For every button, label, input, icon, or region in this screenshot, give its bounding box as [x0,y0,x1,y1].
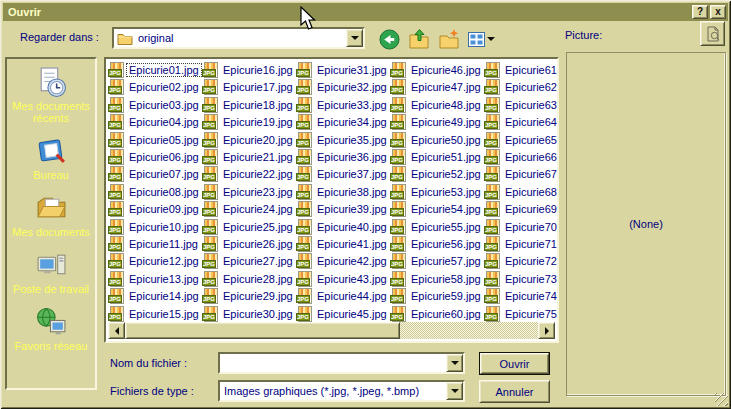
file-item[interactable]: JPGEpicurie39.jpg [298,201,389,218]
file-item[interactable]: JPGEpicurie36.jpg [298,149,389,166]
file-item[interactable]: JPGEpicurie56.jpg [392,236,483,253]
file-item[interactable]: JPGEpicurie27.jpg [204,253,295,270]
file-item[interactable]: JPGEpicurie02.jpg [110,79,201,96]
file-item[interactable]: JPGEpicurie49.jpg [392,114,483,131]
sidebar-item-my-documents[interactable]: Mes documents [7,192,95,238]
file-item[interactable]: JPGEpicurie67.jpg [486,166,559,183]
back-button[interactable] [378,28,400,50]
file-name-dropdown-button[interactable] [446,354,463,372]
file-item[interactable]: JPGEpicurie46.jpg [392,62,483,79]
scroll-left-button[interactable] [108,322,125,339]
file-item[interactable]: JPGEpicurie28.jpg [204,270,295,287]
help-button[interactable]: ? [692,5,708,19]
file-item[interactable]: JPGEpicurie14.jpg [110,288,201,305]
file-item[interactable]: JPGEpicurie52.jpg [392,166,483,183]
close-button[interactable]: x [710,5,726,19]
file-item[interactable]: JPGEpicurie01.jpg [110,62,201,79]
file-item[interactable]: JPGEpicurie75.jpg [486,305,559,322]
file-item[interactable]: JPGEpicurie35.jpg [298,131,389,148]
file-item[interactable]: JPGEpicurie31.jpg [298,62,389,79]
file-item[interactable]: JPGEpicurie16.jpg [204,62,295,79]
file-item[interactable]: JPGEpicurie32.jpg [298,79,389,96]
file-item[interactable]: JPGEpicurie63.jpg [486,96,559,113]
cancel-button[interactable]: Annuler [479,380,550,403]
file-item[interactable]: JPGEpicurie70.jpg [486,218,559,235]
file-item[interactable]: JPGEpicurie05.jpg [110,131,201,148]
view-menu-button[interactable] [468,32,495,47]
file-item[interactable]: JPGEpicurie61.jpg [486,62,559,79]
open-button[interactable]: Ouvrir [479,352,550,375]
file-item[interactable]: JPGEpicurie41.jpg [298,236,389,253]
file-item[interactable]: JPGEpicurie20.jpg [204,131,295,148]
scroll-right-button[interactable] [538,322,555,339]
resize-grip[interactable] [715,393,728,406]
sidebar-item-recent-documents[interactable]: Mes documents récents [7,66,95,124]
file-item[interactable]: JPGEpicurie09.jpg [110,201,201,218]
file-item[interactable]: JPGEpicurie29.jpg [204,288,295,305]
file-item[interactable]: JPGEpicurie06.jpg [110,149,201,166]
file-item[interactable]: JPGEpicurie12.jpg [110,253,201,270]
file-item[interactable]: JPGEpicurie59.jpg [392,288,483,305]
look-in-dropdown-button[interactable] [346,29,363,47]
look-in-combobox[interactable]: original [112,27,365,49]
file-item[interactable]: JPGEpicurie22.jpg [204,166,295,183]
file-type-combobox[interactable]: Images graphiques (*.jpg, *.jpeg, *.bmp) [218,380,465,402]
file-item[interactable]: JPGEpicurie69.jpg [486,201,559,218]
file-item[interactable]: JPGEpicurie40.jpg [298,218,389,235]
new-folder-button[interactable] [438,28,460,50]
sidebar-item-my-network-places[interactable]: Favoris réseau [7,306,95,352]
file-item[interactable]: JPGEpicurie55.jpg [392,218,483,235]
file-item[interactable]: JPGEpicurie43.jpg [298,270,389,287]
file-item[interactable]: JPGEpicurie42.jpg [298,253,389,270]
file-item[interactable]: JPGEpicurie57.jpg [392,253,483,270]
file-item[interactable]: JPGEpicurie24.jpg [204,201,295,218]
file-item[interactable]: JPGEpicurie54.jpg [392,201,483,218]
file-item[interactable]: JPGEpicurie15.jpg [110,305,201,322]
file-type-dropdown-button[interactable] [446,382,463,400]
file-item[interactable]: JPGEpicurie73.jpg [486,270,559,287]
file-item[interactable]: JPGEpicurie21.jpg [204,149,295,166]
file-item[interactable]: JPGEpicurie58.jpg [392,270,483,287]
up-one-level-button[interactable] [408,28,430,50]
sidebar-item-my-computer[interactable]: Poste de travail [7,249,95,295]
file-item[interactable]: JPGEpicurie72.jpg [486,253,559,270]
file-item[interactable]: JPGEpicurie47.jpg [392,79,483,96]
file-item[interactable]: JPGEpicurie33.jpg [298,96,389,113]
file-item[interactable]: JPGEpicurie07.jpg [110,166,201,183]
file-item[interactable]: JPGEpicurie18.jpg [204,96,295,113]
file-item[interactable]: JPGEpicurie66.jpg [486,149,559,166]
file-item[interactable]: JPGEpicurie50.jpg [392,131,483,148]
file-item[interactable]: JPGEpicurie25.jpg [204,218,295,235]
file-item[interactable]: JPGEpicurie30.jpg [204,305,295,322]
file-item[interactable]: JPGEpicurie71.jpg [486,236,559,253]
file-item[interactable]: JPGEpicurie62.jpg [486,79,559,96]
file-item[interactable]: JPGEpicurie38.jpg [298,183,389,200]
sidebar-item-desktop[interactable]: Bureau [7,135,95,181]
file-item[interactable]: JPGEpicurie03.jpg [110,96,201,113]
file-item[interactable]: JPGEpicurie74.jpg [486,288,559,305]
file-item[interactable]: JPGEpicurie23.jpg [204,183,295,200]
file-item[interactable]: JPGEpicurie64.jpg [486,114,559,131]
file-item[interactable]: JPGEpicurie34.jpg [298,114,389,131]
horizontal-scrollbar[interactable] [108,322,555,339]
picture-preview-button[interactable] [700,21,725,46]
file-item[interactable]: JPGEpicurie26.jpg [204,236,295,253]
file-item[interactable]: JPGEpicurie68.jpg [486,183,559,200]
title-bar[interactable]: Ouvrir ? x [3,3,728,21]
file-item[interactable]: JPGEpicurie04.jpg [110,114,201,131]
scrollbar-thumb[interactable] [125,322,400,339]
file-item[interactable]: JPGEpicurie10.jpg [110,218,201,235]
file-item[interactable]: JPGEpicurie11.jpg [110,236,200,253]
file-item[interactable]: JPGEpicurie53.jpg [392,183,483,200]
file-item[interactable]: JPGEpicurie19.jpg [204,114,295,131]
file-item[interactable]: JPGEpicurie51.jpg [392,149,483,166]
file-item[interactable]: JPGEpicurie08.jpg [110,183,201,200]
file-item[interactable]: JPGEpicurie17.jpg [204,79,295,96]
file-name-combobox[interactable] [218,352,465,374]
file-item[interactable]: JPGEpicurie45.jpg [298,305,389,322]
file-list[interactable]: JPGEpicurie01.jpgJPGEpicurie02.jpgJPGEpi… [104,57,559,343]
file-item[interactable]: JPGEpicurie44.jpg [298,288,389,305]
file-item[interactable]: JPGEpicurie65.jpg [486,131,559,148]
file-item[interactable]: JPGEpicurie60.jpg [392,305,483,322]
file-item[interactable]: JPGEpicurie37.jpg [298,166,389,183]
